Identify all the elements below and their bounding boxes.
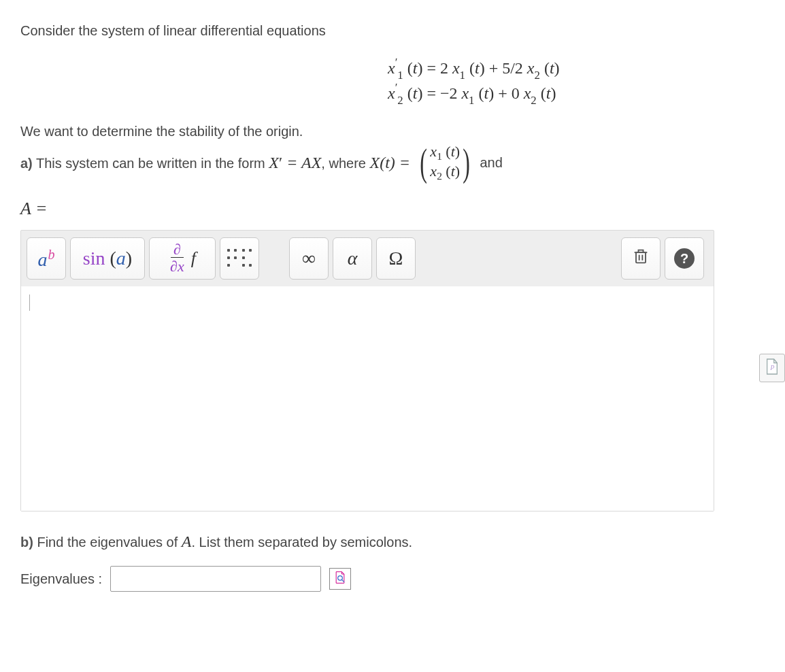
part-b-text: Find the eigenvalues of xyxy=(33,535,182,550)
side-panel-toggle[interactable]: P xyxy=(759,354,785,382)
editor-toolbar: ab sin (a) ∂ ∂x f xyxy=(21,231,714,286)
omega-button[interactable]: Ω xyxy=(376,237,416,280)
math-where: X(t) = xyxy=(370,154,411,171)
matrix-icon xyxy=(227,249,252,268)
alpha-button[interactable]: α xyxy=(333,237,372,280)
part-b-label: b) xyxy=(20,535,33,550)
part-a-tail: and xyxy=(480,152,502,173)
intro-text: Consider the system of linear differenti… xyxy=(20,20,765,41)
math-editor: ab sin (a) ∂ ∂x f xyxy=(20,230,714,511)
eigenvalues-label: Eigenvalues : xyxy=(20,571,102,587)
equation-row-1: x′1 (t) = 2 x1 (t) + 5/2 x2 (t) xyxy=(388,57,714,81)
eigenvalues-input[interactable] xyxy=(110,566,321,592)
vector-top: x1 (t) xyxy=(430,143,460,163)
svg-text:P: P xyxy=(769,364,774,371)
vector-bot: x2 (t) xyxy=(430,163,460,183)
part-a-line: a) This system can be written in the for… xyxy=(20,143,765,184)
part-a-label: a) xyxy=(20,156,33,171)
state-vector: ( x1 (t) x2 (t) ) xyxy=(417,143,473,184)
math-form: X′ = AX xyxy=(269,154,321,171)
part-a-pre: This system can be written in the form xyxy=(33,156,269,171)
clear-button[interactable] xyxy=(621,237,661,280)
equation-preview-button[interactable] xyxy=(329,568,351,590)
svg-rect-0 xyxy=(636,252,646,263)
infinity-button[interactable]: ∞ xyxy=(289,237,329,280)
function-sin-button[interactable]: sin (a) xyxy=(70,237,145,280)
matrix-button[interactable] xyxy=(220,237,259,280)
part-a-mid: , where xyxy=(321,156,369,171)
trash-icon xyxy=(631,247,650,271)
math-A: A xyxy=(182,533,192,550)
part-b-text2: . List them separated by semicolons. xyxy=(191,535,412,550)
help-button[interactable]: ? xyxy=(665,237,704,280)
part-b-line: b) Find the eigenvalues of A. List them … xyxy=(20,529,765,554)
exponent-button[interactable]: ab xyxy=(27,237,66,280)
magnifier-page-icon xyxy=(333,571,347,588)
question-icon: ? xyxy=(674,248,695,269)
derivative-button[interactable]: ∂ ∂x f xyxy=(149,237,216,280)
editor-input-area[interactable] xyxy=(21,286,714,511)
page-icon: P xyxy=(765,358,780,379)
equation-block: x′1 (t) = 2 x1 (t) + 5/2 x2 (t) x′2 (t) … xyxy=(388,57,714,106)
matrix-a-prompt: A = xyxy=(20,195,765,222)
stability-text: We want to determine the stability of th… xyxy=(20,121,765,141)
caret-icon xyxy=(29,295,30,311)
equation-row-2: x′2 (t) = −2 x1 (t) + 0 x2 (t) xyxy=(388,82,714,106)
